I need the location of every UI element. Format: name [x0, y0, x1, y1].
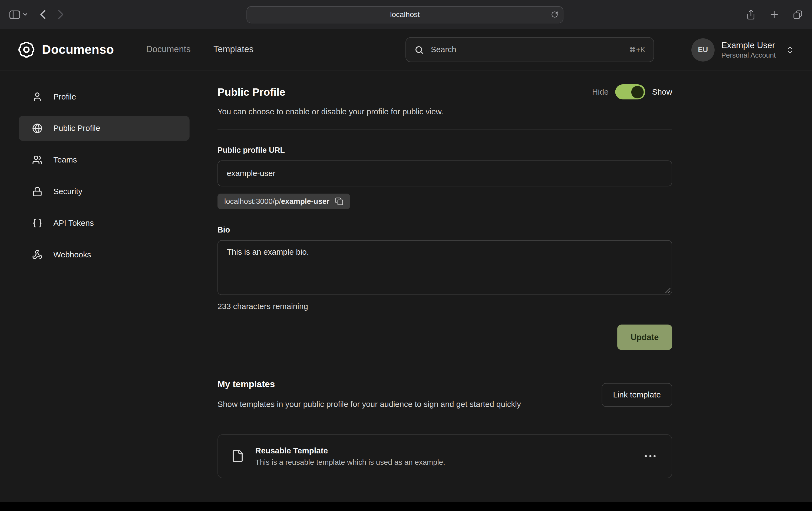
sidebar-item-label: Public Profile	[53, 124, 100, 133]
webhook-icon	[32, 249, 42, 260]
lock-icon	[32, 186, 42, 197]
back-button[interactable]	[40, 10, 46, 19]
sidebar-item-profile[interactable]: Profile	[19, 84, 190, 109]
sidebar-item-label: Webhooks	[53, 250, 91, 259]
copy-icon	[335, 197, 344, 206]
link-template-button[interactable]: Link template	[602, 383, 672, 407]
copy-url-button[interactable]	[335, 197, 344, 206]
profile-url-text: localhost:3000/p/example-user	[224, 197, 329, 206]
bio-textarea[interactable]: This is an example bio.	[218, 240, 672, 295]
sidebar-toggle-button[interactable]	[9, 10, 27, 19]
global-search[interactable]: ⌘+K	[405, 37, 654, 62]
sidebar-toggle-icon	[9, 10, 20, 19]
brand-name: Documenso	[42, 42, 114, 57]
my-templates-header: My templates Show templates in your publ…	[218, 379, 521, 411]
template-menu-button[interactable]	[642, 452, 659, 460]
user-icon	[32, 92, 42, 102]
browser-left-controls	[9, 10, 64, 19]
divider	[218, 129, 672, 130]
settings-page: Profile Public Profile Teams Security	[0, 71, 812, 478]
sidebar-item-label: Profile	[53, 92, 76, 101]
sidebar-item-label: Security	[53, 187, 82, 196]
account-menu[interactable]: EU Example User Personal Account	[691, 38, 794, 61]
page-title: Public Profile	[218, 86, 285, 98]
page-subtitle: You can choose to enable or disable your…	[218, 107, 672, 116]
more-options-icon	[645, 455, 647, 457]
documenso-logo[interactable]: Documenso	[18, 41, 114, 58]
toggle-knob	[631, 86, 644, 98]
sidebar-item-label: Teams	[53, 155, 77, 164]
sidebar-item-api-tokens[interactable]: API Tokens	[19, 211, 190, 236]
search-shortcut-hint: ⌘+K	[629, 46, 645, 54]
forward-button[interactable]	[58, 10, 64, 19]
my-templates-description: Show templates in your public profile fo…	[218, 397, 521, 411]
sidebar-item-webhooks[interactable]: Webhooks	[19, 242, 190, 267]
app-header: Documenso Documents Templates ⌘+K EU Exa…	[0, 29, 812, 71]
my-templates-title: My templates	[218, 379, 521, 390]
new-tab-icon[interactable]	[770, 10, 779, 19]
sidebar-item-security[interactable]: Security	[19, 179, 190, 204]
profile-visibility-toggle[interactable]	[615, 84, 645, 99]
primary-nav: Documents Templates	[146, 44, 254, 55]
hide-label: Hide	[592, 87, 609, 96]
globe-icon	[32, 123, 42, 133]
file-icon	[231, 448, 244, 464]
public-profile-url-input[interactable]	[218, 160, 672, 186]
characters-remaining: 233 characters remaining	[218, 302, 672, 311]
account-name: Example User	[721, 39, 776, 51]
avatar: EU	[691, 38, 715, 61]
visibility-toggle-group: Hide Show	[592, 84, 672, 99]
show-label: Show	[652, 87, 672, 96]
users-icon	[32, 155, 42, 165]
browser-right-controls	[746, 9, 803, 20]
profile-url-preview: localhost:3000/p/example-user	[218, 193, 350, 209]
url-field-label: Public profile URL	[218, 146, 672, 154]
window-bottom-edge	[0, 502, 812, 511]
template-description: This is a reusable template which is use…	[255, 458, 445, 467]
search-input[interactable]	[431, 45, 622, 54]
resize-grip-icon[interactable]	[665, 288, 670, 293]
reload-icon[interactable]	[551, 10, 558, 19]
account-labels: Example User Personal Account	[721, 39, 776, 60]
tab-overview-icon[interactable]	[793, 9, 803, 19]
sidebar-item-teams[interactable]: Teams	[19, 148, 190, 173]
documenso-seal-icon	[18, 41, 35, 58]
browser-window: localhost	[0, 0, 812, 511]
sidebar-item-label: API Tokens	[53, 218, 94, 228]
sidebar-item-public-profile[interactable]: Public Profile	[19, 116, 190, 141]
public-profile-panel: Public Profile Hide Show You can choose …	[218, 84, 672, 478]
settings-sidebar: Profile Public Profile Teams Security	[0, 84, 218, 478]
account-type: Personal Account	[721, 51, 776, 60]
share-icon[interactable]	[746, 9, 755, 20]
bio-field-label: Bio	[218, 225, 672, 234]
template-title: Reusable Template	[255, 446, 445, 455]
nav-templates[interactable]: Templates	[213, 44, 254, 55]
search-icon	[414, 45, 424, 55]
browser-toolbar: localhost	[0, 0, 812, 29]
sidebar-menu-chevron-icon[interactable]	[23, 13, 27, 16]
address-bar[interactable]: localhost	[246, 6, 563, 23]
template-texts: Reusable Template This is a reusable tem…	[255, 446, 445, 467]
nav-documents[interactable]: Documents	[146, 44, 191, 55]
braces-icon	[32, 218, 42, 228]
update-button[interactable]: Update	[617, 325, 672, 350]
template-list-item[interactable]: Reusable Template This is a reusable tem…	[218, 434, 672, 478]
address-bar-url: localhost	[390, 10, 420, 19]
chevrons-up-down-icon	[785, 46, 794, 54]
